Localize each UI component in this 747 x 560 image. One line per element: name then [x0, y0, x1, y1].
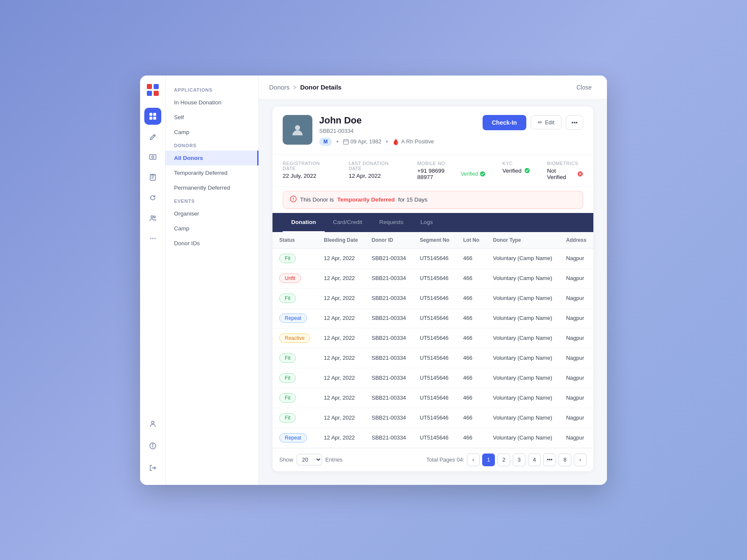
pagination-controls: Total Pages 04: ‹ 1 2 3 4 ••• 8 › [426, 454, 587, 466]
tabs-row: Donation Card/Credit Requests Logs [272, 213, 593, 232]
cell-status: Repeat [272, 308, 317, 328]
cell-lot-no: 466 [456, 328, 486, 348]
cell-bleeding-date: 12 Apr, 2022 [317, 408, 365, 428]
svg-rect-1 [147, 84, 152, 89]
svg-rect-25 [343, 140, 348, 144]
entries-label: Entries [326, 456, 343, 463]
page-1-button[interactable]: 1 [482, 454, 495, 466]
cell-address: Nagpur [559, 428, 593, 448]
tab-donation[interactable]: Donation [283, 213, 325, 232]
page-ellipsis: ••• [543, 454, 556, 466]
nav-item-camp[interactable]: Camp [166, 125, 258, 140]
events-section-title: EVENTS [166, 195, 258, 206]
table-row[interactable]: Fit 12 Apr, 2022 SBB21-00334 UT5145646 4… [272, 248, 593, 268]
more-options-button[interactable]: ••• [566, 115, 583, 130]
svg-rect-8 [153, 117, 156, 120]
next-page-button[interactable]: › [574, 454, 587, 466]
stat-biometrics: Biometrics Not Verified [547, 161, 583, 180]
alert-bar: This Donor is Temporarily Deferred for 1… [283, 191, 583, 209]
svg-rect-6 [153, 113, 156, 116]
page-8-button[interactable]: 8 [559, 454, 571, 466]
sidebar-icon-logout[interactable] [144, 459, 161, 476]
nav-item-temporarily-deferred[interactable]: Temporarily Deferred [166, 165, 258, 180]
close-button[interactable]: Close [571, 81, 597, 93]
status-badge: Reactive [279, 333, 310, 343]
show-entries-control: Show 20 50 100 Entries [279, 454, 343, 465]
breadcrumb-donors[interactable]: Donors [269, 84, 289, 91]
table-row[interactable]: Fit 12 Apr, 2022 SBB21-00334 UT5145646 4… [272, 408, 593, 428]
prev-page-button[interactable]: ‹ [467, 454, 480, 466]
nav-item-donor-ids[interactable]: Donor IDs [166, 236, 258, 251]
cell-segment-no: UT5145646 [413, 328, 456, 348]
page-4-button[interactable]: 4 [528, 454, 541, 466]
cell-segment-no: UT5145646 [413, 268, 456, 288]
col-bleeding-date: Bleeding Date [317, 232, 365, 249]
alert-deferred-status: Temporarily Deferred [337, 196, 395, 203]
cell-status: Fit [272, 288, 317, 308]
page-2-button[interactable]: 2 [497, 454, 510, 466]
tab-requests[interactable]: Requests [371, 213, 412, 232]
sidebar-icon-photo[interactable] [144, 148, 161, 165]
page-3-button[interactable]: 3 [513, 454, 525, 466]
table-row[interactable]: Fit 12 Apr, 2022 SBB21-00334 UT5145646 4… [272, 288, 593, 308]
cell-bleeding-date: 12 Apr, 2022 [317, 308, 365, 328]
nav-item-permanently-deferred[interactable]: Permanently Deferred [166, 180, 258, 195]
sidebar-icon-edit[interactable] [144, 128, 161, 145]
svg-point-16 [150, 238, 151, 239]
sidebar-icon-refresh[interactable] [144, 189, 161, 206]
svg-rect-2 [154, 84, 159, 89]
edit-button[interactable]: ✏ Edit [531, 115, 562, 129]
show-label: Show [279, 456, 293, 463]
cell-donor-id: SBB21-00334 [365, 248, 413, 268]
left-navigation: APPLICATIONS In House Donation Self Camp… [166, 76, 259, 485]
cell-status: Unfit [272, 268, 317, 288]
stat-last-donation-date: Last Donation Date 12 Apr, 2022 [348, 161, 400, 180]
cell-status: Repeat [272, 428, 317, 448]
edit-icon: ✏ [538, 119, 542, 126]
table-row[interactable]: Fit 12 Apr, 2022 SBB21-00334 UT5145646 4… [272, 368, 593, 388]
top-bar: Donors > Donor Details Close [259, 76, 607, 100]
table-row[interactable]: Repeat 12 Apr, 2022 SBB21-00334 UT514564… [272, 428, 593, 448]
nav-item-all-donors[interactable]: All Donors [166, 151, 258, 165]
donor-dob: 09 Apr, 1982 [351, 138, 382, 145]
table-row[interactable]: Unfit 12 Apr, 2022 SBB21-00334 UT5145646… [272, 268, 593, 288]
sidebar-icon-info[interactable] [144, 437, 161, 454]
cell-lot-no: 466 [456, 288, 486, 308]
nav-item-events-camp[interactable]: Camp [166, 221, 258, 236]
nav-item-in-house-donation[interactable]: In House Donation [166, 95, 258, 110]
sidebar [140, 76, 166, 485]
cell-address: Nagpur [559, 308, 593, 328]
table-row[interactable]: Reactive 12 Apr, 2022 SBB21-00334 UT5145… [272, 328, 593, 348]
cell-status: Reactive [272, 328, 317, 348]
cell-segment-no: UT5145646 [413, 368, 456, 388]
sidebar-icon-users[interactable] [144, 210, 161, 227]
cell-bleeding-date: 12 Apr, 2022 [317, 248, 365, 268]
donor-header: John Doe SBB21-00334 M • [272, 106, 593, 155]
table-row[interactable]: Repeat 12 Apr, 2022 SBB21-00334 UT514564… [272, 308, 593, 328]
sidebar-icon-more[interactable] [144, 230, 161, 247]
sidebar-icon-clipboard[interactable] [144, 169, 161, 186]
cell-address: Nagpur [559, 388, 593, 408]
cell-segment-no: UT5145646 [413, 308, 456, 328]
donor-name: John Doe [319, 115, 476, 126]
breadcrumb: Donors > Donor Details [269, 84, 342, 91]
cell-segment-no: UT5145646 [413, 408, 456, 428]
tab-logs[interactable]: Logs [412, 213, 441, 232]
applications-section-title: APPLICATIONS [166, 84, 258, 95]
app-logo[interactable] [145, 82, 160, 98]
nav-item-organiser[interactable]: Organiser [166, 206, 258, 221]
nav-item-self[interactable]: Self [166, 110, 258, 125]
cell-segment-no: UT5145646 [413, 388, 456, 408]
tab-card-credit[interactable]: Card/Credit [325, 213, 371, 232]
svg-rect-9 [149, 154, 156, 159]
svg-rect-3 [147, 91, 152, 96]
check-in-button[interactable]: Check-In [483, 115, 526, 130]
status-badge: Fit [279, 373, 296, 383]
table-row[interactable]: Fit 12 Apr, 2022 SBB21-00334 UT5145646 4… [272, 388, 593, 408]
per-page-select[interactable]: 20 50 100 [297, 454, 322, 465]
col-lot-no: Lot No [456, 232, 486, 249]
sidebar-icon-dashboard[interactable] [144, 108, 161, 125]
mobile-verified-badge: Verified [461, 171, 486, 177]
sidebar-icon-profile[interactable] [144, 415, 161, 432]
table-row[interactable]: Fit 12 Apr, 2022 SBB21-00334 UT5145646 4… [272, 348, 593, 368]
